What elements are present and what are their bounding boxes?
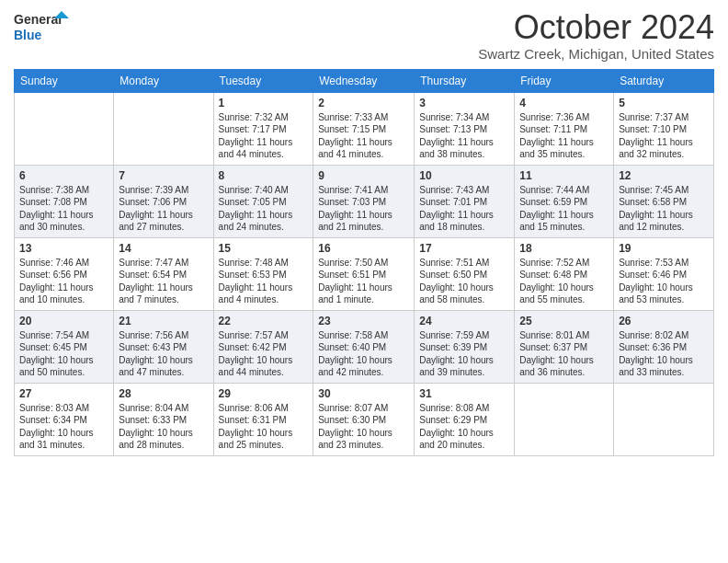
day-info: Sunrise: 7:43 AM Sunset: 7:01 PM Dayligh… [419, 184, 509, 234]
day-info: Sunrise: 7:33 AM Sunset: 7:15 PM Dayligh… [318, 111, 409, 161]
day-number: 14 [119, 242, 208, 255]
day-info: Sunrise: 7:50 AM Sunset: 6:51 PM Dayligh… [318, 257, 409, 306]
day-number: 28 [119, 387, 208, 400]
day-number: 17 [419, 242, 509, 255]
calendar-header-row: SundayMondayTuesdayWednesdayThursdayFrid… [15, 69, 714, 92]
day-number: 30 [318, 387, 409, 400]
day-info: Sunrise: 7:40 AM Sunset: 7:05 PM Dayligh… [219, 184, 309, 234]
calendar-cell: 20Sunrise: 7:54 AM Sunset: 6:45 PM Dayli… [15, 310, 114, 383]
day-info: Sunrise: 7:39 AM Sunset: 7:06 PM Dayligh… [119, 184, 208, 234]
col-header-monday: Monday [114, 69, 213, 92]
day-info: Sunrise: 7:53 AM Sunset: 6:46 PM Dayligh… [619, 257, 709, 306]
day-number: 2 [318, 97, 409, 109]
day-number: 4 [519, 97, 609, 109]
day-number: 21 [119, 315, 208, 327]
calendar-cell: 9Sunrise: 7:41 AM Sunset: 7:03 PM Daylig… [313, 165, 415, 237]
day-number: 18 [519, 242, 609, 255]
day-number: 1 [219, 97, 309, 109]
col-header-thursday: Thursday [415, 69, 515, 92]
calendar-cell: 30Sunrise: 8:07 AM Sunset: 6:30 PM Dayli… [313, 383, 415, 455]
week-row-5: 27Sunrise: 8:03 AM Sunset: 6:34 PM Dayli… [15, 383, 714, 455]
day-info: Sunrise: 8:07 AM Sunset: 6:30 PM Dayligh… [318, 402, 409, 452]
title-block: October 2024 Swartz Creek, Michigan, Uni… [478, 9, 714, 62]
calendar-cell: 23Sunrise: 7:58 AM Sunset: 6:40 PM Dayli… [313, 310, 415, 383]
calendar-cell: 25Sunrise: 8:01 AM Sunset: 6:37 PM Dayli… [515, 310, 614, 383]
day-info: Sunrise: 7:59 AM Sunset: 6:39 PM Dayligh… [419, 329, 509, 379]
day-info: Sunrise: 8:04 AM Sunset: 6:33 PM Dayligh… [119, 402, 208, 452]
day-info: Sunrise: 7:51 AM Sunset: 6:50 PM Dayligh… [419, 257, 509, 306]
day-info: Sunrise: 7:47 AM Sunset: 6:54 PM Dayligh… [119, 257, 208, 306]
day-info: Sunrise: 7:41 AM Sunset: 7:03 PM Dayligh… [318, 184, 409, 234]
day-number: 29 [219, 387, 309, 400]
calendar-cell: 24Sunrise: 7:59 AM Sunset: 6:39 PM Dayli… [415, 310, 515, 383]
page: General Blue October 2024 Swartz Creek, … [0, 0, 728, 563]
day-number: 5 [619, 97, 709, 109]
day-number: 9 [318, 169, 409, 182]
calendar-cell: 15Sunrise: 7:48 AM Sunset: 6:53 PM Dayli… [213, 237, 313, 310]
calendar-cell: 16Sunrise: 7:50 AM Sunset: 6:51 PM Dayli… [313, 237, 415, 310]
logo: General Blue [14, 9, 69, 48]
day-number: 10 [419, 169, 509, 182]
week-row-1: 1Sunrise: 7:32 AM Sunset: 7:17 PM Daylig… [15, 92, 714, 165]
day-info: Sunrise: 7:37 AM Sunset: 7:10 PM Dayligh… [619, 111, 709, 161]
day-number: 16 [318, 242, 409, 255]
location-title: Swartz Creek, Michigan, United States [478, 46, 714, 62]
day-number: 13 [19, 242, 108, 255]
day-number: 25 [519, 315, 609, 327]
day-number: 8 [219, 169, 309, 182]
day-info: Sunrise: 8:01 AM Sunset: 6:37 PM Dayligh… [519, 329, 609, 379]
calendar-cell: 17Sunrise: 7:51 AM Sunset: 6:50 PM Dayli… [415, 237, 515, 310]
day-info: Sunrise: 8:06 AM Sunset: 6:31 PM Dayligh… [219, 402, 309, 452]
calendar-cell: 6Sunrise: 7:38 AM Sunset: 7:08 PM Daylig… [15, 165, 114, 237]
calendar-cell: 4Sunrise: 7:36 AM Sunset: 7:11 PM Daylig… [515, 92, 614, 165]
calendar-cell [114, 92, 213, 165]
day-info: Sunrise: 7:32 AM Sunset: 7:17 PM Dayligh… [219, 111, 309, 161]
day-info: Sunrise: 7:56 AM Sunset: 6:43 PM Dayligh… [119, 329, 208, 379]
day-number: 26 [619, 315, 709, 327]
week-row-2: 6Sunrise: 7:38 AM Sunset: 7:08 PM Daylig… [15, 165, 714, 237]
calendar-cell: 7Sunrise: 7:39 AM Sunset: 7:06 PM Daylig… [114, 165, 213, 237]
calendar-cell: 18Sunrise: 7:52 AM Sunset: 6:48 PM Dayli… [515, 237, 614, 310]
day-info: Sunrise: 7:38 AM Sunset: 7:08 PM Dayligh… [19, 184, 108, 234]
calendar-cell [614, 383, 714, 455]
calendar-cell: 8Sunrise: 7:40 AM Sunset: 7:05 PM Daylig… [213, 165, 313, 237]
calendar-cell: 26Sunrise: 8:02 AM Sunset: 6:36 PM Dayli… [614, 310, 714, 383]
day-number: 3 [419, 97, 509, 109]
day-number: 20 [19, 315, 108, 327]
day-info: Sunrise: 7:36 AM Sunset: 7:11 PM Dayligh… [519, 111, 609, 161]
calendar-cell: 22Sunrise: 7:57 AM Sunset: 6:42 PM Dayli… [213, 310, 313, 383]
header: General Blue October 2024 Swartz Creek, … [14, 9, 714, 62]
day-info: Sunrise: 7:57 AM Sunset: 6:42 PM Dayligh… [219, 329, 309, 379]
day-info: Sunrise: 8:02 AM Sunset: 6:36 PM Dayligh… [619, 329, 709, 379]
day-number: 15 [219, 242, 309, 255]
day-number: 7 [119, 169, 208, 182]
day-number: 11 [519, 169, 609, 182]
calendar-cell: 12Sunrise: 7:45 AM Sunset: 6:58 PM Dayli… [614, 165, 714, 237]
calendar-cell: 14Sunrise: 7:47 AM Sunset: 6:54 PM Dayli… [114, 237, 213, 310]
day-info: Sunrise: 7:46 AM Sunset: 6:56 PM Dayligh… [19, 257, 108, 306]
day-number: 6 [19, 169, 108, 182]
week-row-3: 13Sunrise: 7:46 AM Sunset: 6:56 PM Dayli… [15, 237, 714, 310]
day-info: Sunrise: 7:54 AM Sunset: 6:45 PM Dayligh… [19, 329, 108, 379]
svg-text:General: General [14, 12, 62, 27]
day-number: 27 [19, 387, 108, 400]
day-info: Sunrise: 7:44 AM Sunset: 6:59 PM Dayligh… [519, 184, 609, 234]
calendar-table: SundayMondayTuesdayWednesdayThursdayFrid… [14, 69, 714, 456]
calendar-cell [515, 383, 614, 455]
col-header-sunday: Sunday [15, 69, 114, 92]
col-header-saturday: Saturday [614, 69, 714, 92]
day-info: Sunrise: 7:34 AM Sunset: 7:13 PM Dayligh… [419, 111, 509, 161]
month-title: October 2024 [478, 9, 714, 46]
day-info: Sunrise: 7:58 AM Sunset: 6:40 PM Dayligh… [318, 329, 409, 379]
calendar-cell: 19Sunrise: 7:53 AM Sunset: 6:46 PM Dayli… [614, 237, 714, 310]
calendar-cell: 2Sunrise: 7:33 AM Sunset: 7:15 PM Daylig… [313, 92, 415, 165]
day-number: 19 [619, 242, 709, 255]
col-header-friday: Friday [515, 69, 614, 92]
week-row-4: 20Sunrise: 7:54 AM Sunset: 6:45 PM Dayli… [15, 310, 714, 383]
logo-svg: General Blue [14, 9, 69, 48]
day-number: 31 [419, 387, 509, 400]
day-info: Sunrise: 7:52 AM Sunset: 6:48 PM Dayligh… [519, 257, 609, 306]
calendar-cell: 1Sunrise: 7:32 AM Sunset: 7:17 PM Daylig… [213, 92, 313, 165]
col-header-wednesday: Wednesday [313, 69, 415, 92]
svg-text:Blue: Blue [14, 28, 42, 42]
